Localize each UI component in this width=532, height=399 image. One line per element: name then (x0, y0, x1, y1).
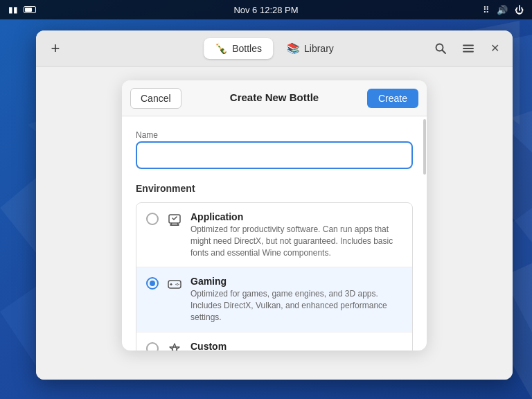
env-option-application[interactable]: Application Optimized for productivity s… (136, 203, 412, 267)
name-input[interactable] (136, 141, 413, 169)
name-field-group: Name (136, 130, 413, 169)
system-bar: ▮▮ Nov 6 12:28 PM ⠿ 🔊 ⏻ (0, 0, 532, 19)
hamburger-icon (462, 42, 475, 55)
svg-point-21 (175, 284, 177, 285)
application-icon (167, 212, 182, 231)
bottles-tab-icon: 🍾 (215, 42, 228, 55)
svg-point-20 (177, 285, 178, 286)
gaming-name: Gaming (190, 276, 402, 287)
add-button[interactable]: + (44, 37, 66, 60)
app-window: + 🍾 Bottles 📚 Library (36, 30, 513, 380)
environment-options: Application Optimized for productivity s… (136, 202, 413, 351)
application-info: Application Optimized for productivity s… (190, 211, 402, 258)
env-option-custom[interactable]: Custom A clean slate. You can customize … (136, 332, 412, 351)
gaming-desc: Optimized for games, game engines, and 3… (190, 288, 402, 323)
gaming-icon (167, 276, 182, 295)
application-name: Application (190, 211, 402, 222)
volume-icon: 🔊 (497, 5, 508, 15)
environment-section: Environment (136, 183, 413, 351)
cancel-button[interactable]: Cancel (130, 88, 181, 109)
battery-icon: ▮▮ (8, 5, 18, 15)
custom-info: Custom A clean slate. You can customize … (190, 341, 402, 351)
close-button[interactable]: ✕ (485, 39, 504, 58)
header-bar: + 🍾 Bottles 📚 Library (36, 30, 513, 66)
library-tab-label: Library (304, 43, 334, 54)
power-icon: ⏻ (515, 5, 524, 15)
svg-point-22 (172, 347, 177, 351)
network-icon: ⠿ (483, 5, 490, 15)
search-icon (434, 42, 447, 55)
create-button[interactable]: Create (367, 89, 418, 108)
header-left: + (44, 37, 66, 60)
menu-button[interactable] (457, 37, 479, 60)
header-tabs: 🍾 Bottles 📚 Library (204, 38, 345, 59)
radio-gaming[interactable] (146, 277, 159, 290)
system-bar-left: ▮▮ (8, 5, 36, 15)
env-option-gaming[interactable]: Gaming Optimized for games, game engines… (136, 267, 412, 332)
scrollbar-thumb[interactable] (423, 119, 426, 175)
search-button[interactable] (429, 37, 452, 60)
create-bottle-dialog: Cancel Create New Bottle Create Name Env… (122, 80, 427, 351)
gaming-info: Gaming Optimized for games, game engines… (190, 276, 402, 323)
bottles-tab-label: Bottles (232, 43, 262, 54)
application-desc: Optimized for productivity software. Can… (190, 224, 402, 258)
dialog-header: Cancel Create New Bottle Create (122, 80, 427, 116)
custom-name: Custom (190, 341, 402, 351)
radio-custom[interactable] (146, 342, 159, 351)
library-tab-icon: 📚 (287, 42, 300, 55)
svg-line-9 (443, 50, 446, 53)
environment-title: Environment (136, 183, 413, 194)
tab-library[interactable]: 📚 Library (276, 38, 345, 59)
header-right: ✕ (429, 37, 504, 60)
dialog-body: Name Environment (122, 116, 427, 351)
tab-bottles[interactable]: 🍾 Bottles (204, 38, 273, 59)
name-label: Name (136, 130, 413, 140)
radio-application[interactable] (146, 213, 159, 225)
main-content: Cancel Create New Bottle Create Name Env… (36, 66, 513, 380)
system-bar-right: ⠿ 🔊 ⏻ (483, 5, 524, 15)
scrollbar-track[interactable] (423, 116, 427, 351)
system-bar-datetime: Nov 6 12:28 PM (233, 5, 298, 15)
svg-point-19 (178, 284, 179, 285)
custom-icon (167, 342, 182, 351)
svg-point-18 (177, 283, 178, 285)
dialog-title: Create New Bottle (230, 91, 319, 103)
battery-indicator (24, 6, 36, 13)
